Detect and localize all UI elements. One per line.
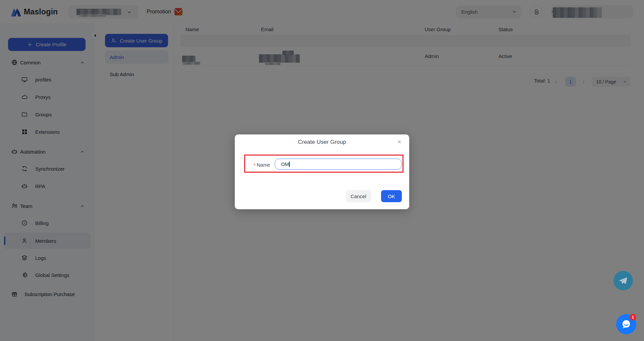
chat-unread-badge: 1 <box>630 314 636 321</box>
text-cursor <box>289 162 290 167</box>
required-asterisk: * <box>254 163 255 168</box>
name-field-label: * Name <box>254 162 270 168</box>
cancel-button[interactable]: Cancel <box>346 190 371 202</box>
name-input[interactable]: OM <box>275 159 402 170</box>
chat-bubble-icon <box>621 319 632 330</box>
telegram-button[interactable] <box>613 271 633 290</box>
modal-title: Create User Group <box>235 139 409 146</box>
telegram-plane-icon <box>619 276 628 285</box>
ok-button[interactable]: OK <box>381 190 402 202</box>
name-input-value: OM <box>281 162 289 167</box>
close-icon[interactable]: × <box>397 138 401 146</box>
create-user-group-modal: Create User Group × * Name OM Cancel OK <box>235 134 409 209</box>
